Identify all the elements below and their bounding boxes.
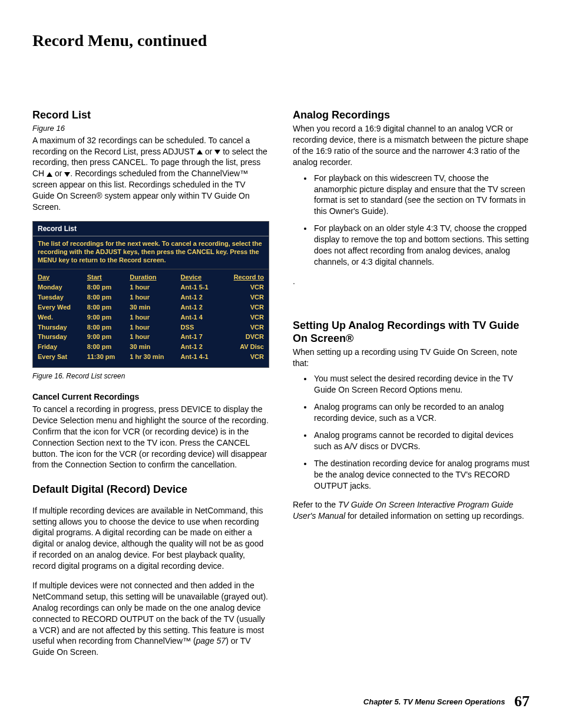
list-item: Analog programs cannot be recorded to di… [313, 430, 530, 452]
list-item: For playback on an older style 4:3 TV, c… [313, 223, 530, 268]
page-number: 67 [514, 693, 530, 710]
table-row: Every Wed8:00 pm30 minAnt-1 2VCR [35, 302, 266, 312]
col-day: Day [35, 269, 85, 282]
table-cell: 8:00 pm [85, 322, 128, 332]
text: for detailed information on setting up r… [345, 511, 524, 521]
table-cell: VCR [220, 302, 266, 312]
table-row: Every Sat11:30 pm1 hr 30 minAnt-1 4-1VCR [35, 352, 266, 365]
table-row: Wed.9:00 pm1 hourAnt-1 4VCR [35, 312, 266, 322]
table-cell: VCR [220, 312, 266, 322]
page-reference: page 57 [196, 636, 226, 645]
triangle-up-icon [197, 150, 203, 154]
table-cell: 8:00 pm [85, 302, 128, 312]
table-cell: DSS [178, 322, 221, 332]
triangle-down-icon [214, 150, 220, 154]
table-cell: 1 hr 30 min [127, 352, 178, 365]
text: Refer to the [293, 500, 338, 509]
col-device: Device [178, 269, 221, 282]
chapter-label: Chapter 5. TV Menu Screen Operations [363, 697, 505, 706]
list-item: You must select the desired recording de… [313, 373, 530, 396]
table-cell: Ant-1 4-1 [178, 352, 221, 365]
cancel-recordings-paragraph: To cancel a recording in progress, press… [32, 404, 269, 470]
figure-reference: Figure 16 [32, 123, 269, 134]
table-cell: 8:00 pm [85, 292, 128, 302]
table-cell: Ant-1 2 [178, 292, 221, 302]
default-device-heading: Default Digital (Record) Device [32, 482, 269, 496]
table-cell: Every Wed [35, 302, 85, 312]
cancel-recordings-heading: Cancel Current Recordings [32, 391, 269, 403]
table-cell: Ant-1 4 [178, 312, 221, 322]
list-item: For playback on this widescreen TV, choo… [313, 173, 530, 218]
default-device-para2: If multiple devices were not connected a… [32, 580, 269, 658]
record-list-box-instructions: The list of recordings for the next week… [33, 236, 269, 269]
figure-caption: Figure 16. Record List screen [32, 371, 269, 381]
col-start: Start [85, 269, 128, 282]
table-cell: Every Sat [35, 352, 85, 365]
list-item: Analog programs can only be recorded to … [313, 401, 530, 424]
record-list-paragraph: A maximum of 32 recordings can be schedu… [32, 135, 269, 213]
record-list-box-title: Record List [33, 222, 269, 236]
triangle-up-icon [47, 172, 52, 177]
record-list-heading: Record List [32, 108, 269, 122]
table-cell: 8:00 pm [85, 342, 128, 352]
table-cell: 1 hour [127, 332, 178, 342]
setup-reference: Refer to the TV Guide On Screen Interact… [293, 499, 530, 522]
table-row: Monday8:00 pm1 hourAnt-1 5-1VCR [35, 282, 266, 292]
table-cell: AV Disc [220, 342, 266, 352]
table-row: Tuesday8:00 pm1 hourAnt-1 2VCR [35, 292, 266, 302]
table-cell: Ant-1 2 [178, 302, 221, 312]
setup-analog-heading: Setting Up Analog Recordings with TV Gui… [293, 319, 530, 345]
table-cell: 8:00 pm [85, 282, 128, 292]
table-cell: Thursday [35, 332, 85, 342]
stray-dot: . [293, 276, 530, 287]
table-cell: Monday [35, 282, 85, 292]
table-cell: 1 hour [127, 312, 178, 322]
table-row: Friday8:00 pm30 minAnt-1 2AV Disc [35, 342, 266, 352]
table-cell: 30 min [127, 342, 178, 352]
list-item: The destination recording device for ana… [313, 458, 530, 492]
table-cell: VCR [220, 292, 266, 302]
table-cell: Ant-1 2 [178, 342, 221, 352]
setup-bullet-list: You must select the desired recording de… [293, 373, 530, 491]
table-cell: Ant-1 5-1 [178, 282, 221, 292]
table-cell: 30 min [127, 302, 178, 312]
table-row: Thursday9:00 pm1 hourAnt-1 7DVCR [35, 332, 266, 342]
table-row: Thursday8:00 pm1 hourDSSVCR [35, 322, 266, 332]
table-cell: 1 hour [127, 292, 178, 302]
table-cell: Tuesday [35, 292, 85, 302]
table-cell: Wed. [35, 312, 85, 322]
text: or [203, 147, 214, 156]
text: or [52, 169, 64, 178]
triangle-down-icon [64, 172, 70, 177]
table-cell: VCR [220, 352, 266, 365]
table-cell: 9:00 pm [85, 332, 128, 342]
analog-bullet-list: For playback on this widescreen TV, choo… [293, 173, 530, 268]
table-cell: 1 hour [127, 282, 178, 292]
table-cell: 9:00 pm [85, 312, 128, 322]
left-column: Record List Figure 16 A maximum of 32 re… [32, 108, 269, 666]
table-cell: 1 hour [127, 322, 178, 332]
col-record-to: Record to [220, 269, 266, 282]
table-cell: VCR [220, 282, 266, 292]
record-list-screenshot: Record List The list of recordings for t… [32, 221, 269, 368]
table-cell: VCR [220, 322, 266, 332]
analog-recordings-paragraph: When you record a 16:9 digital channel t… [293, 123, 530, 168]
table-cell: Friday [35, 342, 85, 352]
default-device-para1: If multiple recording devices are availa… [32, 505, 269, 572]
right-column: Analog Recordings When you record a 16:9… [293, 108, 530, 666]
col-duration: Duration [127, 269, 178, 282]
table-cell: DVCR [220, 332, 266, 342]
two-column-layout: Record List Figure 16 A maximum of 32 re… [32, 108, 530, 666]
record-list-table: Day Start Duration Device Record to Mond… [35, 269, 266, 365]
setup-intro: When setting up a recording using TV Gui… [293, 347, 530, 369]
table-cell: 11:30 pm [85, 352, 128, 365]
table-cell: Ant-1 7 [178, 332, 221, 342]
page-title: Record Menu, continued [32, 29, 530, 52]
table-header-row: Day Start Duration Device Record to [35, 269, 266, 282]
analog-recordings-heading: Analog Recordings [293, 108, 530, 122]
table-cell: Thursday [35, 322, 85, 332]
page-footer: Chapter 5. TV Menu Screen Operations 67 [32, 691, 530, 711]
